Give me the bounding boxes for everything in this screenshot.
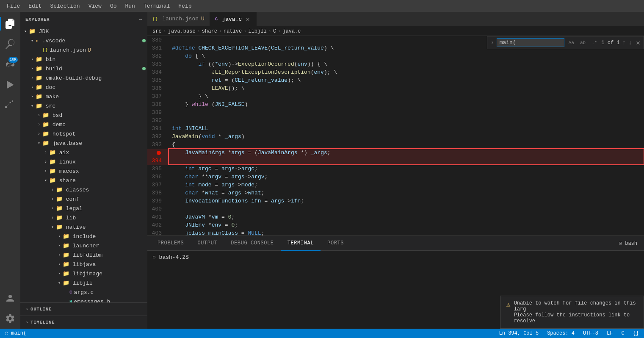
status-format[interactable]: {} <box>631 330 641 336</box>
tree-item-launch-json[interactable]: {} launch.json U <box>20 45 147 55</box>
folder-icon: 📁 <box>36 93 42 100</box>
find-next-icon[interactable]: ↓ <box>628 39 632 46</box>
status-language[interactable]: C <box>619 330 626 336</box>
extensions-icon[interactable] <box>0 95 20 115</box>
status-line-endings[interactable]: LF <box>605 330 614 336</box>
tree-item-bin[interactable]: 📁 bin <box>20 55 147 64</box>
find-close-icon[interactable]: ✕ <box>636 39 640 47</box>
file-icon-c: C <box>69 290 72 295</box>
run-debug-icon[interactable] <box>0 75 20 95</box>
breadcrumb-src[interactable]: src <box>152 28 162 34</box>
find-match-case[interactable]: Aa <box>567 39 576 46</box>
tree-arrow <box>36 112 42 119</box>
menu-view[interactable]: View <box>85 2 105 10</box>
menu-go[interactable]: Go <box>107 2 120 10</box>
tree-item-native[interactable]: 📁 native <box>20 222 147 232</box>
modified-dot <box>142 39 146 42</box>
tab-file-icon-json: {} <box>152 17 158 22</box>
settings-icon[interactable] <box>0 308 20 329</box>
table-row: 400 <box>147 205 644 213</box>
search-activity-icon[interactable] <box>0 34 20 54</box>
tab-close-java-c[interactable]: ✕ <box>244 16 251 22</box>
folder-icon: 📁 <box>36 103 42 109</box>
breadcrumb-native[interactable]: native <box>224 28 242 34</box>
line-number: 400 <box>147 205 169 213</box>
activity-bar: 10K <box>0 12 20 329</box>
table-row: 395 int argc = args->argc; <box>147 165 644 173</box>
status-encoding[interactable]: UTF-8 <box>581 330 600 336</box>
table-row: 394 JavaMainArgs *args = (JavaMainArgs *… <box>147 149 644 165</box>
explorer-icon[interactable] <box>0 14 20 34</box>
source-control-icon[interactable]: 10K <box>0 54 20 75</box>
tab-java-c[interactable]: C java.c ✕ <box>210 12 257 26</box>
tree-item-share[interactable]: 📁 share <box>20 176 147 185</box>
tree-item-classes[interactable]: 📁 classes <box>20 185 147 194</box>
tree-item-hotspot[interactable]: 📁 hotspot <box>20 129 147 139</box>
timeline-header[interactable]: TIMELINE <box>20 318 147 327</box>
find-whole-word[interactable]: ab <box>578 39 587 46</box>
folder-icon: 📁 <box>42 112 49 119</box>
code-editor[interactable]: 380 381 #define CHECK_EXCEPTION_LEAVE(CE… <box>147 36 644 235</box>
status-spaces[interactable]: Spaces: 4 <box>545 330 576 336</box>
menu-edit[interactable]: Edit <box>25 2 45 10</box>
tree-item-emessages-h[interactable]: H emessages.h <box>20 297 147 302</box>
tree-item-conf[interactable]: 📁 conf <box>20 194 147 204</box>
account-icon[interactable] <box>0 288 20 308</box>
tree-root-jdk[interactable]: 📁 JDK <box>20 27 147 36</box>
line-number: 385 <box>147 76 169 84</box>
find-prev-icon[interactable]: ↑ <box>622 39 626 46</box>
tab-debug-console[interactable]: DEBUG CONSOLE <box>224 236 280 251</box>
tree-item-cmake[interactable]: 📁 cmake-build-debug <box>20 73 147 83</box>
tree-item-build[interactable]: 📁 build <box>20 64 147 73</box>
tree-item-vscode[interactable]: ▸ .vscode <box>20 36 147 45</box>
tree-item-aix[interactable]: 📁 aix <box>20 148 147 157</box>
folder-icon: 📁 <box>63 233 69 240</box>
tree-item-make[interactable]: 📁 make <box>20 92 147 101</box>
tree-item-linux[interactable]: 📁 linux <box>20 157 147 166</box>
tree-item-java-base[interactable]: 📁 java.base <box>20 139 147 148</box>
tab-problems[interactable]: PROBLEMS <box>151 236 191 251</box>
find-regex[interactable]: .* <box>590 39 599 46</box>
status-position[interactable]: Ln 394, Col 5 <box>498 330 541 336</box>
tree-item-launcher[interactable]: 📁 launcher <box>20 241 147 250</box>
tab-terminal[interactable]: TERMINAL <box>281 236 321 251</box>
tree-item-lib[interactable]: 📁 lib <box>20 213 147 222</box>
breadcrumb-libjli[interactable]: libjli <box>248 28 266 34</box>
tree-item-include[interactable]: 📁 include <box>20 232 147 241</box>
menu-terminal[interactable]: Terminal <box>140 2 173 10</box>
menu-selection[interactable]: Selection <box>47 2 83 10</box>
table-row: 391 int JNICALL <box>147 125 644 133</box>
breadcrumb-java-c[interactable]: java.c <box>282 28 301 34</box>
outline-header[interactable]: OUTLINE <box>20 305 147 314</box>
new-file-icon[interactable]: ⋯ <box>139 17 142 22</box>
tree-item-bsd[interactable]: 📁 bsd <box>20 111 147 120</box>
tree-item-doc[interactable]: 📁 doc <box>20 83 147 92</box>
line-content: } \ <box>169 92 644 100</box>
tree-item-macosx[interactable]: 📁 macosx <box>20 166 147 176</box>
table-row: 393 { <box>147 141 644 149</box>
find-expand-icon[interactable]: › <box>491 39 494 46</box>
tab-ports[interactable]: PORTS <box>321 236 351 251</box>
tree-item-libjimage[interactable]: 📁 libjimage <box>20 269 147 278</box>
tree-item-demo[interactable]: 📁 demo <box>20 120 147 129</box>
menu-file[interactable]: File <box>3 2 23 10</box>
tree-item-libfdlibm[interactable]: 📁 libfdlibm <box>20 250 147 260</box>
tree-item-src[interactable]: 📁 src <box>20 101 147 111</box>
breadcrumb-share[interactable]: share <box>202 28 217 34</box>
tree-item-libjli[interactable]: 📁 libjli <box>20 278 147 288</box>
breadcrumb-c[interactable]: C <box>273 28 276 34</box>
line-content: JavaMainArgs *args = (JavaMainArgs *) _a… <box>169 149 644 165</box>
tree-item-args-c[interactable]: C args.c <box>20 288 147 297</box>
tree-item-libjava[interactable]: 📁 libjava <box>20 260 147 269</box>
status-branch[interactable]: ⎌ main( <box>3 330 28 336</box>
tab-launch-json[interactable]: {} launch.json U <box>147 12 210 26</box>
tree-item-legal[interactable]: 📁 legal <box>20 204 147 213</box>
line-content: if ((*env)->ExceptionOccurred(env)) { \ <box>169 60 644 68</box>
menu-run[interactable]: Run <box>122 2 138 10</box>
breadcrumb-java-base[interactable]: java.base <box>168 28 196 34</box>
tab-output[interactable]: OUTPUT <box>191 236 224 251</box>
table-row: 388 } while (JNI_FALSE) <box>147 100 644 108</box>
line-content <box>169 108 644 116</box>
find-input[interactable] <box>497 38 564 47</box>
menu-help[interactable]: Help <box>175 2 195 10</box>
